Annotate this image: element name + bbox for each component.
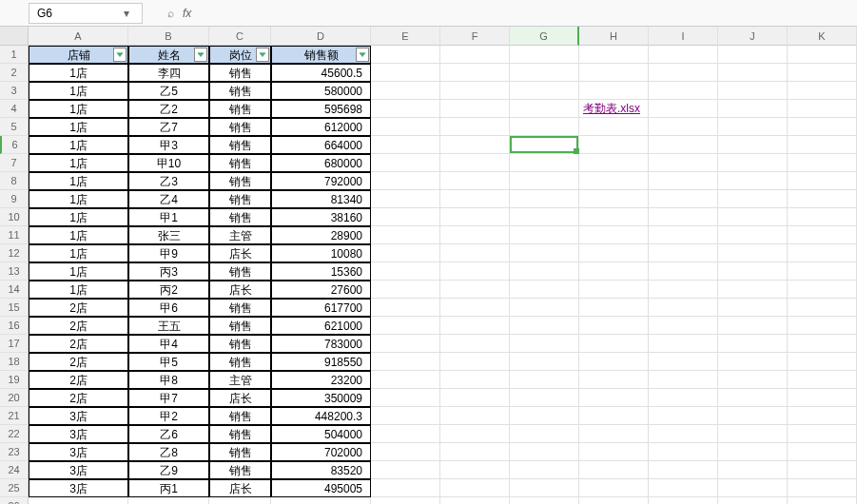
table-cell[interactable]: 乙8 [128, 443, 209, 461]
cell-H20[interactable] [579, 389, 649, 407]
table-cell[interactable]: 1店 [29, 208, 128, 226]
cell-I24[interactable] [649, 461, 718, 479]
cell-E15[interactable] [371, 299, 440, 317]
table-cell[interactable]: 乙3 [128, 172, 209, 190]
cell-H24[interactable] [579, 461, 649, 479]
cell-K1[interactable] [788, 46, 857, 64]
table-cell[interactable]: 销售 [209, 335, 271, 353]
cell-F19[interactable] [440, 371, 510, 389]
cell-F17[interactable] [440, 335, 510, 353]
cell-K4[interactable] [788, 100, 857, 118]
cell-I6[interactable] [649, 136, 718, 154]
row-header-23[interactable]: 23 [0, 443, 29, 461]
cell-I12[interactable] [649, 244, 718, 262]
cell-H10[interactable] [579, 208, 649, 226]
table-cell[interactable]: 乙2 [128, 100, 209, 118]
cell-J14[interactable] [718, 281, 788, 299]
cell-K11[interactable] [788, 226, 857, 244]
table-cell[interactable]: 甲8 [128, 371, 209, 389]
cell-E20[interactable] [371, 389, 440, 407]
cell-G4[interactable] [510, 100, 579, 118]
cell-G20[interactable] [510, 389, 579, 407]
cell-K18[interactable] [788, 353, 857, 371]
cell-J3[interactable] [718, 82, 788, 100]
cell-K17[interactable] [788, 335, 857, 353]
table-cell[interactable]: 销售 [209, 136, 271, 154]
table-cell[interactable]: 1店 [29, 154, 128, 172]
table-cell[interactable]: 乙5 [128, 82, 209, 100]
table-cell[interactable]: 792000 [271, 172, 371, 190]
table-cell[interactable]: 15360 [271, 262, 371, 281]
table-cell[interactable]: 李四 [128, 64, 209, 82]
column-header-E[interactable]: E [371, 27, 440, 46]
cell-G6[interactable] [510, 136, 579, 154]
cell-I23[interactable] [649, 443, 718, 461]
table-cell[interactable]: 乙4 [128, 190, 209, 208]
table-cell[interactable]: 销售 [209, 262, 271, 281]
cell-H13[interactable] [579, 262, 649, 281]
column-header-K[interactable]: K [788, 27, 857, 46]
table-cell[interactable]: 2店 [29, 335, 128, 353]
cell-E24[interactable] [371, 461, 440, 479]
table-cell[interactable]: 3店 [29, 479, 128, 497]
row-header-20[interactable]: 20 [0, 389, 29, 407]
cell-I4[interactable] [649, 100, 718, 118]
cell-F1[interactable] [440, 46, 510, 64]
cell-H2[interactable] [579, 64, 649, 82]
cell-G5[interactable] [510, 118, 579, 136]
table-cell[interactable]: 38160 [271, 208, 371, 226]
cell-J19[interactable] [718, 371, 788, 389]
cell-G10[interactable] [510, 208, 579, 226]
cell-E10[interactable] [371, 208, 440, 226]
cell-J13[interactable] [718, 262, 788, 281]
cell-I1[interactable] [649, 46, 718, 64]
row-header-22[interactable]: 22 [0, 425, 29, 443]
cell-F25[interactable] [440, 479, 510, 497]
chevron-down-icon[interactable]: ▾ [119, 7, 134, 20]
cell-J11[interactable] [718, 226, 788, 244]
cell-J9[interactable] [718, 190, 788, 208]
cell-K21[interactable] [788, 407, 857, 425]
cell-K19[interactable] [788, 371, 857, 389]
table-cell[interactable]: 3店 [29, 425, 128, 443]
cell-E9[interactable] [371, 190, 440, 208]
table-cell[interactable]: 乙7 [128, 118, 209, 136]
cell-K3[interactable] [788, 82, 857, 100]
cell-F12[interactable] [440, 244, 510, 262]
row-header-15[interactable]: 15 [0, 299, 29, 317]
cell-I14[interactable] [649, 281, 718, 299]
cell-H6[interactable] [579, 136, 649, 154]
cell-H5[interactable] [579, 118, 649, 136]
row-header-8[interactable]: 8 [0, 172, 29, 190]
table-cell[interactable]: 27600 [271, 281, 371, 299]
cell-H15[interactable] [579, 299, 649, 317]
table-cell[interactable]: 甲10 [128, 154, 209, 172]
cell-G2[interactable] [510, 64, 579, 82]
cell-K9[interactable] [788, 190, 857, 208]
cell-F14[interactable] [440, 281, 510, 299]
cell-I3[interactable] [649, 82, 718, 100]
cell-I19[interactable] [649, 371, 718, 389]
cell-F18[interactable] [440, 353, 510, 371]
cell-G24[interactable] [510, 461, 579, 479]
cell-I7[interactable] [649, 154, 718, 172]
table-cell[interactable]: 3店 [29, 407, 128, 425]
cell-G19[interactable] [510, 371, 579, 389]
table-cell[interactable]: 612000 [271, 118, 371, 136]
cell-J7[interactable] [718, 154, 788, 172]
cell-I11[interactable] [649, 226, 718, 244]
cell-C26[interactable] [209, 497, 271, 504]
row-header-19[interactable]: 19 [0, 371, 29, 389]
cell-J21[interactable] [718, 407, 788, 425]
table-cell[interactable]: 1店 [29, 136, 128, 154]
cell-K16[interactable] [788, 317, 857, 335]
row-header-7[interactable]: 7 [0, 154, 29, 172]
row-header-16[interactable]: 16 [0, 317, 29, 335]
cell-K8[interactable] [788, 172, 857, 190]
table-cell[interactable]: 45600.5 [271, 64, 371, 82]
cell-F10[interactable] [440, 208, 510, 226]
table-cell[interactable]: 销售 [209, 154, 271, 172]
cell-J25[interactable] [718, 479, 788, 497]
cell-H25[interactable] [579, 479, 649, 497]
cell-E22[interactable] [371, 425, 440, 443]
